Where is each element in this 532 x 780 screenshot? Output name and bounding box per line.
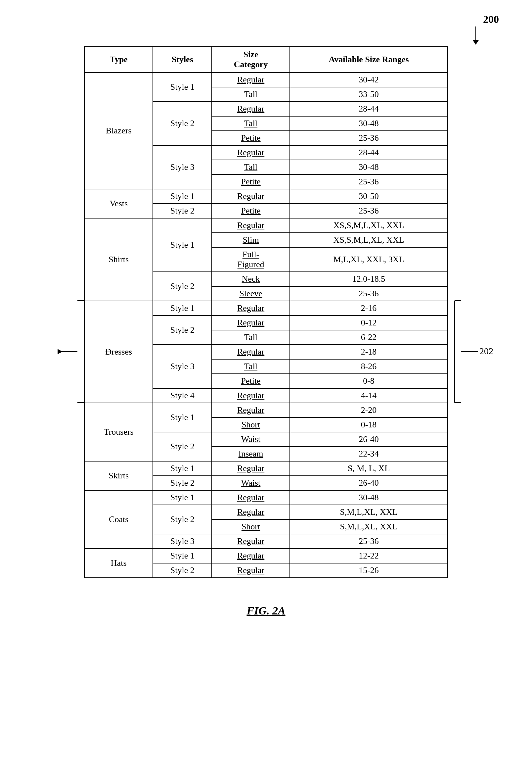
table-row: TrousersStyle 1Regular2-20 (85, 403, 447, 418)
type-cell: Blazers (85, 72, 153, 189)
table-row: SkirtsStyle 1RegularS, M, L, XL (85, 461, 447, 476)
size-category-cell: Regular (212, 534, 290, 548)
size-range-cell: XS,S,M,L,XL, XXL (290, 218, 447, 233)
table-header-row: Type Styles SizeCategory Available Size … (85, 47, 447, 72)
style-cell: Style 1 (153, 218, 212, 272)
size-range-cell: 26-40 (290, 476, 447, 490)
size-range-cell: 25-36 (290, 131, 447, 145)
size-category-cell: Neck (212, 272, 290, 286)
svg-text:202: 202 (479, 346, 493, 356)
size-category-cell: Petite (212, 204, 290, 218)
svg-marker-11 (58, 349, 62, 354)
table-row: VestsStyle 1Regular30-50 (85, 189, 447, 204)
size-range-cell: 28-44 (290, 102, 447, 116)
size-category-cell: Regular (212, 315, 290, 330)
size-range-cell: 30-48 (290, 490, 447, 505)
size-category-cell: Regular (212, 505, 290, 520)
size-category-cell: Regular (212, 72, 290, 87)
size-category-cell: Petite (212, 175, 290, 189)
size-category-cell: Full-Figured (212, 247, 290, 272)
col-header-type: Type (85, 47, 153, 72)
style-cell: Style 1 (153, 72, 212, 102)
style-cell: Style 1 (153, 548, 212, 563)
size-category-cell: Tall (212, 330, 290, 345)
size-category-cell: Tall (212, 160, 290, 175)
size-range-cell: 2-18 (290, 345, 447, 359)
size-category-cell: Regular (212, 403, 290, 418)
size-category-cell: Slim (212, 233, 290, 247)
size-range-cell: S, M, L, XL (290, 461, 447, 476)
table-row: CoatsStyle 1Regular30-48 (85, 490, 447, 505)
col-header-size-cat: SizeCategory (212, 47, 290, 72)
size-range-cell: 2-20 (290, 403, 447, 418)
size-category-cell: Regular (212, 145, 290, 160)
size-category-cell: Regular (212, 102, 290, 116)
style-cell: Style 2 (153, 432, 212, 461)
size-range-cell: 4-14 (290, 388, 447, 403)
size-category-cell: Waist (212, 432, 290, 447)
col-header-styles: Styles (153, 47, 212, 72)
size-range-cell: 0-8 (290, 374, 447, 388)
style-cell: Style 1 (153, 189, 212, 204)
style-cell: Style 2 (153, 476, 212, 490)
figure-label: FIG. 2A (26, 604, 506, 617)
type-cell: Vests (85, 189, 153, 218)
size-category-cell: Regular (212, 461, 290, 476)
size-range-cell: 12-22 (290, 548, 447, 563)
table-wrapper: Type Styles SizeCategory Available Size … (26, 46, 506, 578)
table-row: HatsStyle 1Regular12-22 (85, 548, 447, 563)
ref-202-annotation: 202 (451, 301, 518, 402)
style-cell: Style 2 (153, 505, 212, 534)
size-range-cell: M,L,XL, XXL, 3XL (290, 247, 447, 272)
style-cell: Style 2 (153, 102, 212, 145)
size-category-cell: Petite (212, 374, 290, 388)
size-category-cell: Petite (212, 131, 290, 145)
size-category-cell: Regular (212, 189, 290, 204)
table-row: ShirtsStyle 1RegularXS,S,M,L,XL, XXL (85, 218, 447, 233)
page-ref-number: 200 (483, 13, 499, 26)
size-category-cell: Waist (212, 476, 290, 490)
style-cell: Style 1 (153, 403, 212, 432)
type-cell: Coats (85, 490, 153, 548)
size-range-cell: 12.0-18.5 (290, 272, 447, 286)
size-range-cell: 8-26 (290, 359, 447, 374)
style-cell: Style 1 (153, 490, 212, 505)
table-body: BlazersStyle 1Regular30-42Tall33-50Style… (85, 72, 447, 578)
size-category-cell: Regular (212, 301, 290, 315)
size-range-cell: S,M,L,XL, XXL (290, 505, 447, 520)
type-cell: Dresses (85, 301, 153, 403)
size-range-cell: 0-18 (290, 418, 447, 432)
style-cell: Style 1 (153, 301, 212, 315)
style-cell: Style 2 (153, 315, 212, 345)
size-range-cell: 26-40 (290, 432, 447, 447)
table-row: DressesStyle 1Regular2-16 (85, 301, 447, 315)
size-category-cell: Regular (212, 388, 290, 403)
style-cell: Style 4 (153, 388, 212, 403)
size-category-cell: Regular (212, 548, 290, 563)
size-category-cell: Short (212, 418, 290, 432)
size-range-cell: S,M,L,XL, XXL (290, 520, 447, 534)
size-category-cell: Sleeve (212, 286, 290, 301)
style-cell: Style 3 (153, 345, 212, 388)
type-cell: Hats (85, 548, 153, 578)
size-range-cell: 0-12 (290, 315, 447, 330)
size-category-cell: Regular (212, 563, 290, 578)
type-cell: Trousers (85, 403, 153, 461)
size-range-cell: 25-36 (290, 286, 447, 301)
size-category-cell: Regular (212, 218, 290, 233)
size-range-cell: 2-16 (290, 301, 447, 315)
style-cell: Style 3 (153, 534, 212, 548)
size-category-cell: Inseam (212, 447, 290, 461)
style-cell: Style 3 (153, 145, 212, 189)
style-cell: Style 2 (153, 563, 212, 578)
size-range-cell: 25-36 (290, 175, 447, 189)
svg-marker-1 (472, 40, 479, 45)
size-range-cell: 30-42 (290, 72, 447, 87)
size-category-cell: Tall (212, 359, 290, 374)
size-range-cell: 25-36 (290, 204, 447, 218)
size-category-cell: Regular (212, 345, 290, 359)
size-category-cell: Tall (212, 116, 290, 131)
size-category-cell: Short (212, 520, 290, 534)
type-cell: Skirts (85, 461, 153, 490)
style-cell: Style 2 (153, 272, 212, 301)
